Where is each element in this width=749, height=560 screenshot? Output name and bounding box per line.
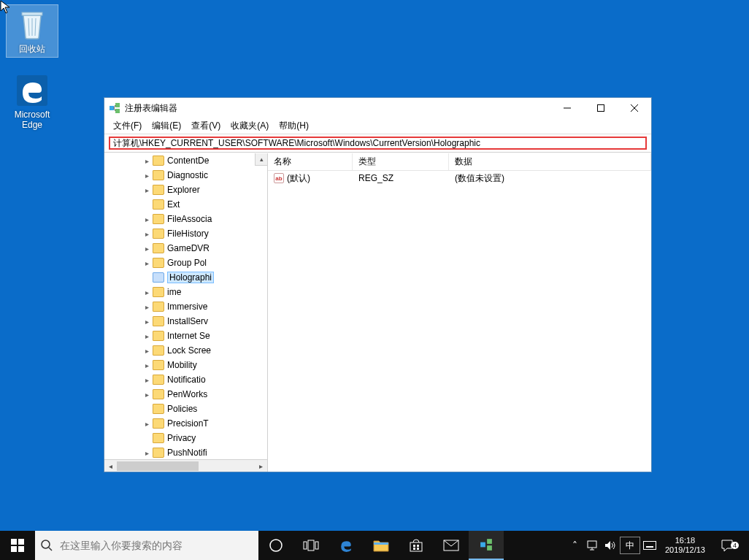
registry-tree[interactable]: ▸ContentDe▸Diagnostic▸ExplorerExt▸FileAs… [104, 153, 267, 459]
edge-icon[interactable]: Microsoft Edge [6, 73, 58, 130]
folder-icon [153, 331, 164, 341]
tray-volume-icon[interactable] [602, 540, 618, 551]
tree-expand-icon[interactable]: ▸ [142, 156, 151, 165]
tree-expand-icon[interactable]: ▸ [142, 375, 151, 384]
scroll-left-button[interactable]: ◂ [104, 460, 117, 472]
svg-rect-32 [487, 539, 492, 544]
menu-bar: 文件(F) 编辑(E) 查看(V) 收藏夹(A) 帮助(H) [104, 118, 651, 134]
tree-item[interactable]: ▸PenWorks [104, 387, 267, 402]
window-title: 注册表编辑器 [125, 102, 550, 115]
tree-item[interactable]: Ext [104, 197, 267, 212]
tree-expand-icon[interactable]: ▸ [142, 215, 151, 223]
tree-expand-icon[interactable]: ▸ [142, 346, 151, 355]
tray-network-icon[interactable] [585, 540, 601, 551]
tree-expand-icon[interactable] [142, 273, 151, 282]
menu-help[interactable]: 帮助(H) [274, 120, 313, 132]
tree-hscrollbar[interactable]: ◂ ▸ [104, 459, 267, 472]
taskbar-edge-icon[interactable] [329, 531, 364, 560]
tree-expand-icon[interactable] [142, 404, 151, 413]
tree-item[interactable]: ▸FileAssocia [104, 212, 267, 226]
col-header-name[interactable]: 名称 [268, 153, 353, 170]
tree-item[interactable]: Policies [104, 402, 267, 416]
tree-item-label: Lock Scree [167, 345, 211, 356]
scroll-thumb[interactable] [117, 461, 199, 471]
tree-item-label: Privacy [167, 433, 196, 443]
tree-expand-icon[interactable]: ▸ [142, 288, 151, 296]
tree-expand-icon[interactable]: ▸ [142, 229, 151, 238]
value-row[interactable]: ab (默认) REG_SZ (数值未设置) [268, 171, 651, 185]
tree-item-label: GameDVR [167, 243, 210, 253]
tree-item[interactable]: ▸Immersive [104, 299, 267, 314]
tray-clock[interactable]: 16:18 2019/12/13 [659, 536, 711, 555]
tree-item[interactable]: ▸Internet Se [104, 329, 267, 343]
scroll-right-button[interactable]: ▸ [255, 460, 267, 472]
notification-count: 4 [731, 542, 739, 549]
menu-favorites[interactable]: 收藏夹(A) [226, 120, 273, 132]
taskbar-mail-icon[interactable] [434, 531, 469, 560]
taskbar-explorer-icon[interactable] [364, 531, 399, 560]
maximize-button[interactable] [584, 98, 618, 118]
tree-item[interactable]: ▸Diagnostic [104, 168, 267, 183]
tree-expand-icon[interactable]: ▸ [142, 448, 151, 457]
tree-expand-icon[interactable]: ▸ [142, 244, 151, 253]
tree-expand-icon[interactable] [142, 200, 151, 209]
tree-item[interactable]: ▸Notificatio [104, 372, 267, 387]
scroll-track[interactable] [117, 460, 255, 472]
taskbar-search[interactable] [35, 531, 258, 560]
tree-expand-icon[interactable]: ▸ [142, 361, 151, 369]
tree-item[interactable]: ▸ContentDe [104, 153, 267, 168]
minimize-button[interactable] [550, 98, 584, 118]
taskbar-regedit-icon[interactable] [469, 531, 504, 560]
folder-icon [153, 170, 164, 180]
tray-ime-indicator[interactable]: 中 [620, 537, 640, 554]
tray-chevron-up-icon[interactable]: ˄ [567, 540, 583, 551]
tree-expand-icon[interactable]: ▸ [142, 302, 151, 311]
col-header-type[interactable]: 类型 [353, 153, 449, 170]
tree-item[interactable]: Privacy [104, 431, 267, 445]
tree-item[interactable]: ▸InstallServ [104, 314, 267, 329]
taskview-icon[interactable] [293, 531, 329, 560]
menu-edit[interactable]: 编辑(E) [147, 120, 185, 132]
tree-expand-icon[interactable] [142, 434, 151, 442]
tree-expand-icon[interactable]: ▸ [142, 419, 151, 428]
close-button[interactable] [618, 98, 651, 118]
folder-icon [153, 185, 164, 195]
tray-notifications-icon[interactable]: 4 [712, 539, 742, 552]
menu-file[interactable]: 文件(F) [109, 120, 146, 132]
recycle-bin-icon[interactable]: 回收站 [6, 4, 58, 58]
menu-view[interactable]: 查看(V) [187, 120, 225, 132]
folder-icon [153, 272, 164, 283]
tree-expand-icon[interactable]: ▸ [142, 185, 151, 194]
tree-item[interactable]: ▸Explorer [104, 183, 267, 197]
tree-expand-icon[interactable]: ▸ [142, 390, 151, 399]
tree-item[interactable]: ▸FileHistory [104, 226, 267, 241]
folder-icon [153, 258, 164, 268]
svg-rect-15 [18, 539, 24, 545]
start-button[interactable] [0, 531, 35, 560]
title-bar[interactable]: 注册表编辑器 [104, 98, 651, 118]
registry-path-input[interactable]: 计算机\HKEY_CURRENT_USER\SOFTWARE\Microsoft… [109, 137, 647, 150]
tree-item[interactable]: ▸ime [104, 285, 267, 299]
svg-rect-31 [480, 542, 485, 548]
tree-item[interactable]: ▸Mobility [104, 358, 267, 372]
svg-rect-16 [11, 546, 17, 552]
col-header-data[interactable]: 数据 [449, 153, 651, 170]
taskbar-store-icon[interactable] [399, 531, 434, 560]
tree-item[interactable]: ▸Lock Scree [104, 343, 267, 358]
tree-expand-icon[interactable]: ▸ [142, 258, 151, 267]
svg-rect-27 [417, 545, 419, 547]
search-input[interactable] [58, 531, 258, 560]
tree-expand-icon[interactable]: ▸ [142, 171, 151, 180]
tree-item[interactable]: Holographi [104, 270, 267, 285]
values-list[interactable]: ab (默认) REG_SZ (数值未设置) [268, 171, 651, 472]
tray-keyboard-icon[interactable] [642, 541, 658, 550]
tree-expand-icon[interactable]: ▸ [142, 331, 151, 340]
tree-item[interactable]: ▸GameDVR [104, 241, 267, 256]
tree-item[interactable]: ▸PushNotifi [104, 445, 267, 459]
cortana-icon[interactable] [258, 531, 293, 560]
tree-item[interactable]: ▸PrecisionT [104, 416, 267, 431]
scroll-up-button[interactable]: ▴ [255, 153, 267, 166]
tree-item[interactable]: ▸Group Pol [104, 256, 267, 270]
folder-icon [153, 375, 164, 385]
tree-expand-icon[interactable]: ▸ [142, 317, 151, 326]
